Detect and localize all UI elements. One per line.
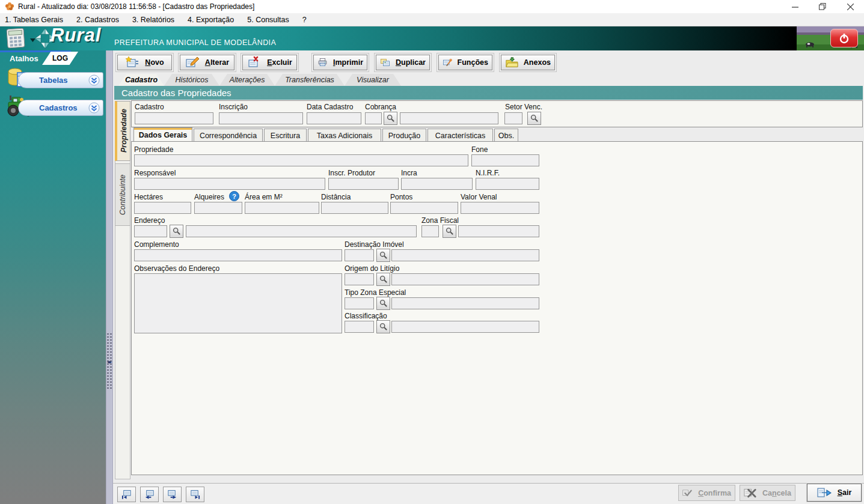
sidebar-splitter[interactable] bbox=[106, 50, 113, 504]
close-button[interactable] bbox=[836, 0, 864, 13]
tab-visualizar[interactable]: Visualizar bbox=[345, 74, 401, 86]
subtab-producao[interactable]: Produção bbox=[382, 129, 426, 142]
vertical-tab-contribuinte[interactable]: Contribuinte bbox=[115, 163, 130, 226]
tab-cadastro[interactable]: Cadastro bbox=[118, 74, 164, 86]
subtab-caracteristicas[interactable]: Características bbox=[427, 129, 493, 142]
subtab-caracteristicas-label: Características bbox=[435, 132, 485, 140]
menu-help[interactable]: ? bbox=[302, 16, 307, 24]
anexos-button[interactable]: Anexos bbox=[501, 55, 555, 70]
endereco-lookup-button[interactable] bbox=[170, 225, 183, 238]
header-band: Rural PREFEITURA MUNICIPAL DE MODELÂNDIA bbox=[0, 26, 864, 50]
hectares-input[interactable] bbox=[134, 202, 191, 214]
destinacao-imovel-desc-input[interactable] bbox=[391, 249, 539, 261]
subtab-correspondencia-label: Correspondência bbox=[200, 132, 257, 140]
menu-exportacao[interactable]: 4. Exportação bbox=[188, 16, 234, 24]
minimize-button[interactable] bbox=[781, 0, 809, 13]
cancela-button[interactable]: Cancela bbox=[740, 485, 795, 501]
menu-tabelas-gerais[interactable]: 1. Tabelas Gerais bbox=[5, 16, 63, 24]
subtab-taxas-adicionais[interactable]: Taxas Adicionais bbox=[308, 129, 381, 142]
area-m2-input[interactable] bbox=[245, 202, 319, 214]
cobranca-lookup-button[interactable] bbox=[384, 112, 397, 125]
zona-fiscal-desc-input[interactable] bbox=[458, 225, 539, 237]
subtab-dados-gerais[interactable]: Dados Gerais bbox=[133, 127, 192, 142]
tipo-zona-especial-desc-input[interactable] bbox=[391, 297, 539, 309]
classificacao-lookup-button[interactable] bbox=[376, 320, 390, 333]
destinacao-imovel-code-input[interactable] bbox=[345, 249, 374, 261]
power-icon bbox=[839, 33, 850, 44]
origem-litigio-desc-input[interactable] bbox=[391, 273, 539, 285]
vertical-tab-propriedade[interactable]: Propriedade bbox=[115, 101, 130, 161]
funcoes-button-frame: Funções bbox=[437, 53, 494, 72]
setor-venc-input[interactable] bbox=[504, 112, 522, 124]
tipo-zona-especial-code-input[interactable] bbox=[345, 297, 374, 309]
help-icon[interactable]: ? bbox=[229, 191, 239, 203]
tab-historicos[interactable]: Históricos bbox=[164, 74, 219, 86]
endereco-code-input[interactable] bbox=[134, 225, 167, 237]
zona-fiscal-code-input[interactable] bbox=[421, 225, 439, 237]
next-record-button[interactable] bbox=[163, 487, 182, 502]
tab-visualizar-label: Visualizar bbox=[357, 76, 389, 84]
last-record-button[interactable] bbox=[186, 487, 204, 502]
destinacao-imovel-lookup-button[interactable] bbox=[376, 249, 390, 262]
confirma-button[interactable]: Confirma bbox=[678, 485, 735, 501]
calculator-icon[interactable] bbox=[5, 28, 29, 50]
app-logo: Rural bbox=[51, 25, 101, 46]
window-title: Rural - Atualizado dia: 03/08/2018 11:56… bbox=[18, 0, 254, 13]
classificacao-desc-input[interactable] bbox=[391, 321, 539, 333]
imprimir-button[interactable]: Imprimir bbox=[313, 55, 367, 70]
first-record-button[interactable] bbox=[117, 487, 136, 502]
vertical-tab-contribuinte-label: Contribuinte bbox=[118, 174, 127, 214]
power-button[interactable] bbox=[830, 29, 858, 47]
setor-venc-lookup-button[interactable] bbox=[527, 112, 541, 125]
pontos-input[interactable] bbox=[390, 202, 458, 214]
novo-button[interactable]: Novo bbox=[117, 55, 172, 70]
alterar-button[interactable]: Alterar bbox=[180, 55, 234, 70]
chevron-double-down-icon[interactable] bbox=[88, 74, 100, 88]
zona-fiscal-lookup-button[interactable] bbox=[443, 225, 456, 238]
tipo-zona-especial-lookup-button[interactable] bbox=[376, 297, 390, 310]
alqueires-input[interactable] bbox=[194, 202, 242, 214]
subtab-correspondencia[interactable]: Correspondência bbox=[194, 129, 263, 142]
cobranca-desc-input[interactable] bbox=[400, 112, 498, 124]
excluir-button[interactable]: Excluir bbox=[242, 55, 297, 70]
distancia-input[interactable] bbox=[321, 202, 388, 214]
responsavel-label: Responsável bbox=[134, 169, 176, 177]
origem-litigio-code-input[interactable] bbox=[345, 273, 374, 285]
complemento-input[interactable] bbox=[134, 249, 342, 261]
classificacao-code-input[interactable] bbox=[345, 321, 374, 333]
sair-button[interactable]: Sair bbox=[807, 484, 862, 502]
observacoes-endereco-textarea[interactable] bbox=[134, 273, 342, 333]
magnifier-icon bbox=[379, 299, 388, 308]
subtab-escritura[interactable]: Escritura bbox=[264, 129, 307, 142]
tab-alteracoes[interactable]: Alterações bbox=[219, 74, 275, 86]
menu-relatorios[interactable]: 3. Relatórios bbox=[132, 16, 174, 24]
duplicar-button[interactable]: Duplicar bbox=[376, 55, 430, 70]
inscricao-input[interactable] bbox=[219, 112, 303, 124]
fone-input[interactable] bbox=[471, 154, 539, 166]
imprimir-button-frame: Imprimir bbox=[311, 53, 369, 72]
app-icon bbox=[5, 2, 14, 13]
restore-button[interactable] bbox=[809, 0, 836, 13]
close-icon bbox=[847, 4, 854, 10]
cadastro-input[interactable] bbox=[135, 112, 213, 124]
splitter-collapse-arrows[interactable]: ◂▸ bbox=[106, 359, 113, 365]
nirf-input[interactable] bbox=[476, 178, 539, 190]
inscr-produtor-input[interactable] bbox=[328, 178, 399, 190]
subtab-obs[interactable]: Obs. bbox=[494, 129, 518, 142]
data-cadastro-input[interactable] bbox=[307, 112, 361, 124]
responsavel-input[interactable] bbox=[134, 178, 325, 190]
sidebar-tab-atalhos[interactable]: Atalhos bbox=[10, 54, 38, 63]
valor-venal-input[interactable] bbox=[461, 202, 539, 214]
menu-cadastros[interactable]: 2. Cadastros bbox=[76, 16, 119, 24]
chevron-double-down-icon[interactable] bbox=[88, 102, 100, 115]
propriedade-input[interactable] bbox=[134, 154, 468, 166]
cobranca-code-input[interactable] bbox=[365, 112, 382, 124]
vertical-tab-propriedade-label: Propriedade bbox=[120, 109, 128, 153]
origem-litigio-lookup-button[interactable] bbox=[376, 273, 390, 286]
menu-consultas[interactable]: 5. Consultas bbox=[247, 16, 289, 24]
previous-record-button[interactable] bbox=[140, 487, 159, 502]
incra-input[interactable] bbox=[401, 178, 473, 190]
funcoes-button[interactable]: Funções bbox=[438, 55, 492, 70]
tab-transferencias[interactable]: Transferências bbox=[275, 74, 345, 86]
endereco-desc-input[interactable] bbox=[186, 225, 417, 237]
